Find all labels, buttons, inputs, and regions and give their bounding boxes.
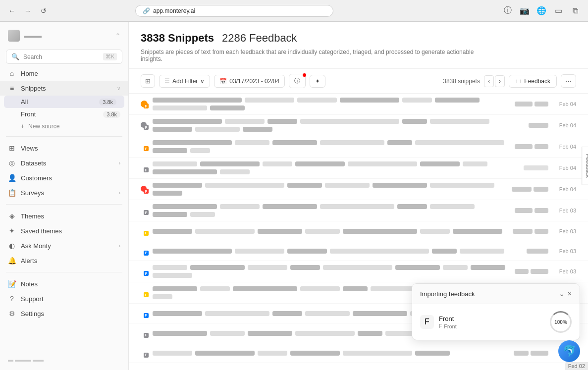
import-dialog-body: F Front F Front 100% — [412, 304, 580, 340]
import-source-info: Front F Front — [439, 315, 545, 329]
table-row[interactable]: F Feb 02 — [129, 363, 588, 370]
main-description: Snippets are pieces of text from each fe… — [141, 49, 487, 62]
import-source-sub-icon: F — [439, 323, 442, 329]
workspace-logo — [8, 30, 20, 42]
row-date: Feb 03 — [553, 228, 576, 234]
snippets-label: Snippets — [21, 85, 112, 92]
views-label: Views — [21, 145, 120, 152]
next-page-button[interactable]: › — [495, 75, 505, 87]
table-row[interactable]: F Feb 04 — [129, 136, 588, 158]
filter-icon: ☰ — [164, 78, 170, 85]
sidebar-item-datasets[interactable]: ◎ Datasets › — [0, 156, 128, 170]
row-content — [153, 98, 510, 110]
globe-icon-btn[interactable]: 🌐 — [535, 4, 548, 18]
row-icon: F — [141, 186, 148, 193]
info-icon-btn[interactable]: ⓘ — [501, 4, 515, 18]
ask-monty-label: Ask Monty — [21, 242, 114, 250]
date-range-text: 03/17/2023 - 02/04 — [229, 78, 279, 85]
sidebar-item-settings[interactable]: ⚙ Settings — [0, 306, 128, 321]
link-icon: 🔗 — [143, 7, 150, 14]
filter-chevron: ∨ — [200, 78, 205, 85]
info-button[interactable]: ⓘ — [289, 74, 306, 88]
table-row[interactable]: F Feb 04 — [129, 94, 588, 115]
grid-view-button[interactable]: ⊞ — [141, 74, 155, 88]
sidebar-search-bar[interactable]: 🔍 Search ⌘K — [6, 50, 122, 64]
row-icon: F — [141, 101, 148, 107]
sidebar: ▬▬▬ ⌃ 🔍 Search ⌘K ⌂ Home ≡ Snippets ∨ Al… — [0, 22, 129, 370]
browser-chrome: ← → ↺ 🔗 app.monterey.ai ⓘ 📷 🌐 ▭ ⧉ — [0, 0, 588, 22]
sidebar-item-ask-monty[interactable]: ◐ Ask Monty › — [0, 238, 128, 253]
home-icon: ⌂ — [8, 69, 16, 77]
sidebar-item-alerts[interactable]: 🔔 Alerts — [0, 253, 128, 268]
import-dialog-actions: ⌄ × — [559, 290, 572, 298]
sidebar-divider-2 — [6, 204, 122, 205]
monterey-logo[interactable]: 🐬 — [558, 340, 580, 362]
sidebar-item-snippets-all[interactable]: All 3.8k — [4, 96, 124, 108]
date-range-button[interactable]: 📅 03/17/2023 - 02/04 — [214, 75, 285, 88]
sidebar-item-themes[interactable]: ◈ Themes — [0, 209, 128, 223]
sidebar-item-customers[interactable]: 👤 Customers — [0, 170, 128, 185]
table-row[interactable]: P Feb 03 — [129, 241, 588, 261]
import-dialog-collapse-button[interactable]: ⌄ — [559, 290, 565, 298]
row-icon: F — [141, 350, 148, 357]
table-row[interactable]: P Feb 03 — [129, 261, 588, 282]
workspace-chevron: ⌃ — [115, 32, 120, 39]
import-progress-circle: 100% — [550, 311, 572, 333]
row-icon: P — [141, 310, 148, 317]
import-dialog: Importing feedback ⌄ × F Front F Front 1… — [412, 283, 580, 340]
new-source-label: New source — [28, 123, 59, 130]
row-content — [153, 351, 509, 356]
row-content — [153, 140, 510, 153]
toolbar: ⊞ ☰ Add Filter ∨ 📅 03/17/2023 - 02/04 ⓘ … — [129, 69, 588, 94]
reload-button[interactable]: ↺ — [38, 5, 50, 17]
sidebar-item-saved-themes[interactable]: ✦ Saved themes — [0, 223, 128, 238]
import-source-icon: F — [420, 315, 434, 329]
add-feedback-button[interactable]: + + Feedback — [509, 75, 557, 88]
sidebar-workspace[interactable]: ▬▬▬ ⌃ — [0, 26, 128, 46]
row-meta — [512, 187, 548, 192]
feb02-text: Fed 02 — [568, 363, 585, 369]
support-icon: ? — [8, 295, 16, 303]
sidebar-item-snippets-front[interactable]: Front 3.8k — [0, 108, 128, 120]
sidebar-item-views[interactable]: ⊞ Views — [0, 141, 128, 156]
sidebar-divider-3 — [6, 272, 122, 272]
split-view-btn[interactable]: ⧉ — [568, 4, 582, 18]
row-content — [153, 265, 510, 278]
table-row[interactable]: F Feb 03 — [129, 221, 588, 241]
row-icon: F — [141, 207, 148, 214]
import-dialog-title: Importing feedback — [420, 290, 475, 298]
sidebar-item-surveys[interactable]: 📋 Surveys › — [0, 185, 128, 200]
more-options-button[interactable]: ⋯ — [561, 74, 576, 88]
table-row[interactable]: F Feb 04 — [129, 158, 588, 179]
snippets-front-badge: 3.8k — [103, 111, 120, 118]
sidebar-divider-1 — [6, 136, 122, 137]
prev-page-button[interactable]: ‹ — [484, 75, 494, 87]
feedback-side-button[interactable]: Feedback — [582, 146, 588, 185]
sidebar-item-home[interactable]: ⌂ Home — [0, 66, 128, 81]
sidebar-item-notes[interactable]: 📝 Notes — [0, 276, 128, 291]
add-filter-button[interactable]: ☰ Add Filter ∨ — [159, 75, 210, 88]
plus-icon: + — [21, 123, 24, 130]
themes-icon: ◈ — [8, 212, 16, 220]
snippets-chevron: ∨ — [117, 86, 120, 91]
row-date: Feb 04 — [553, 122, 576, 128]
magic-button[interactable]: ✦ — [310, 75, 325, 88]
import-dialog-header: Importing feedback ⌄ × — [412, 284, 580, 304]
sidebar-item-support[interactable]: ? Support — [0, 291, 128, 306]
address-bar[interactable]: 🔗 app.monterey.ai — [135, 5, 333, 17]
screenshot-icon-btn[interactable]: 📷 — [518, 4, 532, 18]
import-dialog-close-button[interactable]: × — [568, 290, 572, 298]
row-date: Feb 04 — [553, 186, 576, 192]
forward-button[interactable]: → — [22, 5, 34, 17]
ask-monty-chevron: › — [119, 243, 120, 249]
sidebar-item-snippets[interactable]: ≡ Snippets ∨ — [0, 81, 128, 96]
sidebar-toggle-btn[interactable]: ▭ — [551, 4, 565, 18]
sidebar-new-source[interactable]: + New source — [0, 120, 128, 132]
table-row[interactable]: F Feb 04 — [129, 115, 588, 136]
row-date: Feb 03 — [553, 208, 576, 213]
table-row[interactable]: F Feb 03 — [129, 200, 588, 221]
back-button[interactable]: ← — [6, 5, 18, 17]
table-row[interactable]: F Feb 04 — [129, 179, 588, 200]
saved-themes-icon: ✦ — [8, 227, 16, 235]
table-row[interactable]: F Feb 03 — [129, 343, 588, 363]
